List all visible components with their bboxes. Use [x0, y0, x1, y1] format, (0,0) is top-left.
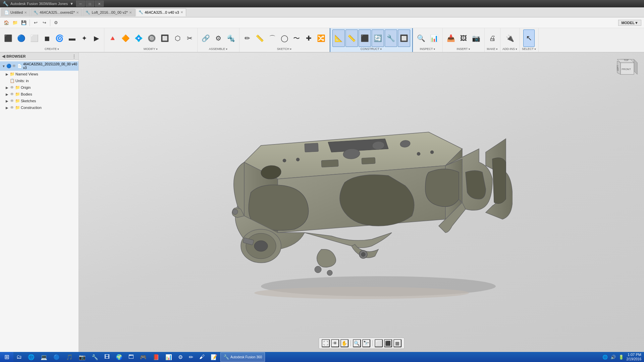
pipe-button[interactable]: ▬ — [66, 29, 78, 47]
tree-expand-construction[interactable]: ▶ — [5, 105, 9, 110]
tab-untitled[interactable]: 📄 Untitled ✕ — [1, 8, 30, 16]
taskbar-fusion-button[interactable]: 🔧 — [89, 352, 101, 362]
box-button[interactable]: ⬛ — [2, 29, 14, 47]
save-button[interactable]: 💾 — [20, 19, 28, 26]
plane-angle-button[interactable]: 📏 — [345, 29, 358, 47]
tree-sketches-visibility-icon[interactable]: 👁 — [9, 98, 15, 104]
tab-close-untitled[interactable]: ✕ — [24, 11, 27, 14]
screenshot-button[interactable]: 📷 — [470, 29, 482, 47]
tab-close-loft[interactable]: ✕ — [129, 11, 132, 14]
tree-sketches[interactable]: ▶ 👁 📁 Sketches — [0, 98, 78, 104]
select-label[interactable]: SELECT▼ — [522, 47, 536, 51]
tree-units[interactable]: ▶ 📋 Units: in — [0, 77, 78, 84]
shell-button[interactable]: 🔘 — [146, 29, 158, 47]
tree-bodies-visibility-icon[interactable]: 👁 — [9, 92, 15, 97]
start-button[interactable]: ⊞ — [0, 352, 13, 362]
modify-label[interactable]: MODIFY▼ — [144, 47, 158, 51]
taskbar-excel-button[interactable]: 📊 — [162, 352, 175, 362]
close-button[interactable]: ✕ — [95, 1, 104, 7]
tree-named-views[interactable]: ▶ 📁 Named Views — [0, 71, 78, 77]
point-vertex-button[interactable]: 🔧 — [385, 29, 397, 47]
taskbar-explorer-button[interactable]: 🗂 — [13, 352, 25, 362]
taskbar-ie-button[interactable]: 🌐 — [25, 352, 38, 362]
taskbar-win-button[interactable]: 🗔 — [125, 352, 137, 362]
chamfer-button[interactable]: 💠 — [132, 29, 145, 47]
taskbar-cmd-button[interactable]: 💻 — [38, 352, 50, 362]
browser-action-button[interactable]: ⋮ — [72, 54, 76, 59]
tree-expand-named-views[interactable]: ▶ — [5, 72, 9, 76]
create-form-button[interactable]: ✦ — [78, 29, 90, 47]
viewport-pan-button[interactable]: ✋ — [340, 339, 348, 347]
maximize-button[interactable]: □ — [86, 1, 94, 7]
viewport-fit-button[interactable]: 🔭 — [362, 339, 370, 347]
create-label[interactable]: CREATE▼ — [45, 47, 59, 51]
coil-button[interactable]: 🌀 — [53, 29, 66, 47]
tree-construction-visibility-icon[interactable]: 👁 — [9, 105, 15, 110]
split-button[interactable]: ✂ — [184, 29, 195, 47]
torus-button[interactable]: ◼ — [41, 29, 53, 47]
circle-button[interactable]: ◯ — [279, 29, 290, 47]
tree-origin-visibility-icon[interactable]: 👁 — [9, 85, 15, 90]
window-controls[interactable]: ─ □ ✕ — [76, 1, 104, 7]
new-component-button[interactable]: 🔗 — [200, 29, 212, 47]
viewport[interactable]: FRONT TOP LEFT — [79, 53, 644, 352]
inspect-label[interactable]: INSPECT▼ — [420, 47, 436, 51]
tab-close-v40[interactable]: ✕ — [180, 10, 183, 14]
offset-plane-button[interactable]: 📐 — [332, 29, 345, 47]
create-more-button[interactable]: ▶ — [91, 29, 102, 47]
home-button[interactable]: 🏠 — [3, 19, 10, 26]
insert-button[interactable]: 📥 — [445, 29, 457, 47]
tree-origin[interactable]: ▶ 👁 📁 Origin — [0, 84, 78, 91]
network-icon[interactable]: 🌐 — [602, 355, 608, 360]
3dprint-button[interactable]: 🖨 — [487, 29, 498, 47]
taskbar-app-button[interactable]: ⚙ — [175, 352, 186, 362]
midplane-button[interactable]: ⬛ — [359, 29, 371, 47]
addins-label[interactable]: ADD-INS▼ — [502, 47, 518, 51]
mirror-button[interactable]: 🔀 — [315, 29, 327, 47]
tab-464ca-v40[interactable]: 🔧 464CA325...0 v40 v3 ✕ — [136, 8, 186, 16]
tree-expand-bodies[interactable]: ▶ — [5, 92, 9, 97]
spline-button[interactable]: 〜 — [291, 29, 302, 47]
make-label[interactable]: MAKE▼ — [487, 47, 498, 51]
rigid-group-button[interactable]: 🔩 — [225, 29, 237, 47]
taskbar-word-button[interactable]: 📝 — [208, 352, 220, 362]
cylinder-button[interactable]: 🔵 — [15, 29, 28, 47]
construct-more-button[interactable]: 🔲 — [398, 29, 410, 47]
construct-label[interactable]: CONSTRUCT▼ — [361, 47, 382, 51]
tree-root-item[interactable]: ▼ 🔵 👁 📄 464CA32561_20151109_00_00 v40 v3 — [0, 61, 78, 71]
tab-loft[interactable]: 🔧 Loft_2016...00_00 v2* ✕ — [83, 8, 135, 16]
tab-464ca-v2[interactable]: 🔧 464CA325...overed2* ✕ — [31, 8, 82, 16]
press-pull-button[interactable]: 🔺 — [106, 29, 119, 47]
taskbar-ie2-button[interactable]: 🔵 — [50, 352, 63, 362]
insert-label[interactable]: INSERT▼ — [457, 47, 471, 51]
viewport-view2-button[interactable]: ⬛ — [384, 339, 392, 347]
scale-button[interactable]: ⬡ — [172, 29, 183, 47]
assemble-label[interactable]: ASSEMBLE▼ — [209, 47, 228, 51]
mode-label[interactable]: MODEL▼ — [618, 20, 641, 26]
taskbar-game-button[interactable]: 🎮 — [137, 352, 150, 362]
create-sketch-button[interactable]: ✏ — [241, 29, 253, 47]
sketch-label[interactable]: SKETCH▼ — [277, 47, 292, 51]
scripts-button[interactable]: 🔌 — [504, 29, 516, 47]
viewport-view1-button[interactable]: ⬜ — [375, 339, 383, 347]
viewport-view3-button[interactable]: ▦ — [393, 339, 401, 347]
minimize-button[interactable]: ─ — [76, 1, 85, 7]
tab-close-v2[interactable]: ✕ — [76, 11, 79, 14]
draft-button[interactable]: 🔲 — [159, 29, 171, 47]
redo-button[interactable]: ↪ — [41, 19, 48, 26]
taskbar-cam-button[interactable]: 🎞 — [101, 352, 113, 362]
open-button[interactable]: 📁 — [11, 19, 19, 26]
sound-icon[interactable]: 🔊 — [610, 355, 616, 360]
fillet-button[interactable]: 🔶 — [119, 29, 132, 47]
viewport-grid-button[interactable]: ⛶ — [322, 339, 330, 347]
taskbar-media-button[interactable]: 🎵 — [63, 352, 76, 362]
arc-button[interactable]: ⌒ — [267, 29, 278, 47]
axis-cylinder-button[interactable]: 🔄 — [372, 29, 384, 47]
joint-button[interactable]: ⚙ — [213, 29, 224, 47]
taskbar-acrobat-button[interactable]: 📕 — [150, 352, 162, 362]
clock[interactable]: 1:07 PM 2/19/2016 — [627, 353, 642, 361]
taskbar-photo-button[interactable]: 📷 — [76, 352, 89, 362]
taskbar-active-fusion[interactable]: 🔧 Autodesk Fusion 360 — [220, 352, 265, 362]
taskbar-paint-button[interactable]: 🖌 — [196, 352, 208, 362]
measure-button[interactable]: 🔍 — [415, 29, 427, 47]
